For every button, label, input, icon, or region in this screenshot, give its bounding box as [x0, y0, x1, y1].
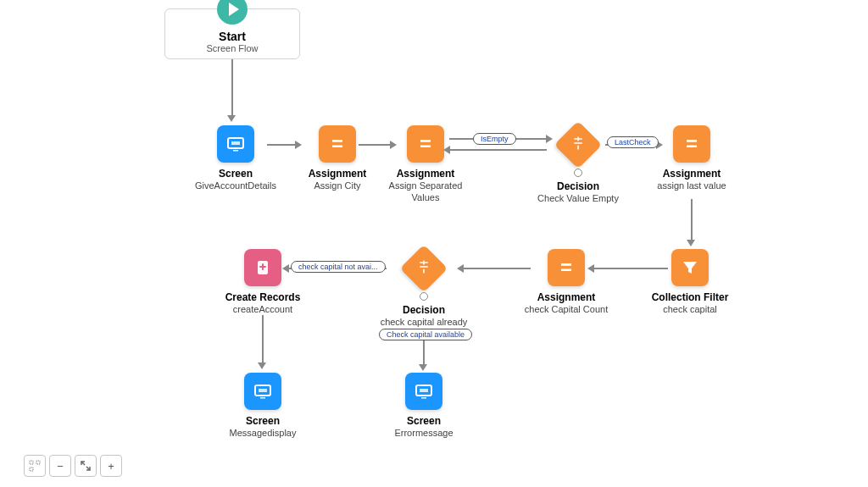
- node-type: Create Records: [212, 291, 314, 303]
- funnel-icon: [671, 249, 709, 286]
- connector-capital-available: Check capital available: [379, 329, 472, 340]
- node-label: Messagedisplay: [212, 427, 314, 439]
- svg-rect-12: [30, 468, 33, 471]
- node-assignment-separatedvalues[interactable]: = Assignment Assign Separated Values: [375, 125, 476, 204]
- node-label: check Capital Count: [515, 303, 617, 315]
- connector-capital-notavail: check capital not avai...: [291, 261, 386, 273]
- node-label: Assign City: [295, 180, 380, 191]
- decision-icon: [554, 121, 603, 169]
- node-label: createAccount: [212, 303, 314, 315]
- play-icon: [217, 0, 248, 25]
- node-decision-checkvalueempty[interactable]: Decision Check Value Empty: [527, 121, 629, 204]
- assignment-icon: =: [319, 125, 356, 163]
- node-createrecords-createaccount[interactable]: Create Records createAccount: [212, 249, 314, 315]
- decision-icon: [400, 245, 448, 293]
- node-screen-messagedisplay[interactable]: Screen Messagedisplay: [212, 373, 314, 439]
- svg-rect-5: [260, 397, 265, 399]
- start-subtitle: Screen Flow: [170, 43, 294, 53]
- start-title: Start: [170, 30, 294, 43]
- node-decision-capitalselected[interactable]: Decision check capital already selected: [373, 245, 475, 340]
- select-tool-button[interactable]: [24, 455, 46, 477]
- assignment-icon: =: [673, 125, 710, 163]
- node-label: Errormessage: [373, 427, 475, 439]
- connector-lastcheck: LastCheck: [607, 136, 659, 148]
- zoom-out-button[interactable]: −: [49, 455, 71, 477]
- node-label: check capital: [639, 303, 741, 315]
- svg-rect-1: [233, 150, 238, 152]
- canvas-toolbar: − +: [24, 455, 122, 477]
- node-type: Screen: [193, 168, 278, 180]
- node-type: Assignment: [641, 168, 743, 180]
- node-type: Screen: [373, 415, 475, 427]
- node-type: Assignment: [515, 291, 617, 303]
- node-assignment-assigncity[interactable]: = Assignment Assign City: [295, 125, 380, 191]
- fit-screen-button[interactable]: [75, 455, 97, 477]
- node-type: Screen: [212, 415, 314, 427]
- node-type: Collection Filter: [639, 291, 741, 303]
- node-type: Decision: [527, 180, 629, 192]
- svg-rect-10: [30, 461, 33, 464]
- create-records-icon: [244, 249, 281, 286]
- screen-icon: [244, 373, 281, 410]
- node-screen-errormessage[interactable]: Screen Errormessage: [373, 373, 475, 439]
- node-assignment-capitalcount[interactable]: = Assignment check Capital Count: [515, 249, 617, 315]
- screen-icon: [217, 125, 254, 163]
- assignment-icon: =: [407, 125, 444, 163]
- screen-icon: [405, 373, 442, 410]
- svg-rect-9: [420, 389, 428, 392]
- node-label: Check Value Empty: [527, 192, 629, 204]
- zoom-in-button[interactable]: +: [100, 455, 122, 477]
- node-label: Assign Separated Values: [375, 180, 476, 204]
- node-label: GiveAccountDetails: [193, 180, 278, 191]
- node-label: assign last value: [641, 180, 743, 191]
- svg-rect-11: [36, 461, 40, 464]
- start-node[interactable]: Start Screen Flow: [164, 8, 300, 59]
- flow-canvas[interactable]: Start Screen Flow Screen GiveAccountDeta…: [0, 0, 868, 487]
- assignment-icon: =: [548, 249, 585, 286]
- node-assignment-lastvalue[interactable]: = Assignment assign last value: [641, 125, 743, 191]
- svg-rect-2: [231, 141, 240, 145]
- svg-rect-6: [259, 389, 267, 392]
- node-screen-giveaccountdetails[interactable]: Screen GiveAccountDetails: [193, 125, 278, 191]
- node-type: Decision: [373, 304, 475, 316]
- node-type: Assignment: [295, 168, 380, 180]
- node-type: Assignment: [375, 168, 476, 180]
- node-filter-checkcapital[interactable]: Collection Filter check capital: [639, 249, 741, 315]
- svg-rect-8: [421, 397, 426, 399]
- connector-isempty: IsEmpty: [473, 133, 516, 145]
